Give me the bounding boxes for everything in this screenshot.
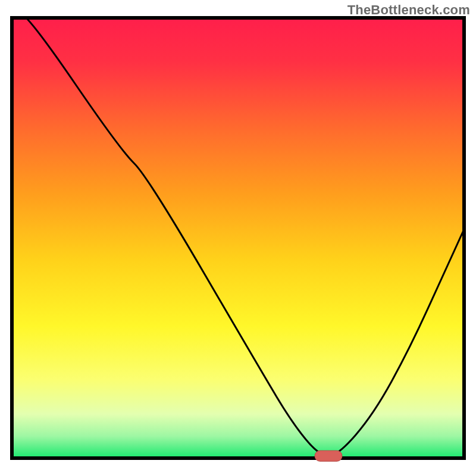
bottleneck-chart: [0, 0, 476, 476]
optimal-marker: [315, 450, 342, 461]
plot-background: [12, 18, 464, 458]
watermark: TheBottleneck.com: [347, 2, 470, 18]
